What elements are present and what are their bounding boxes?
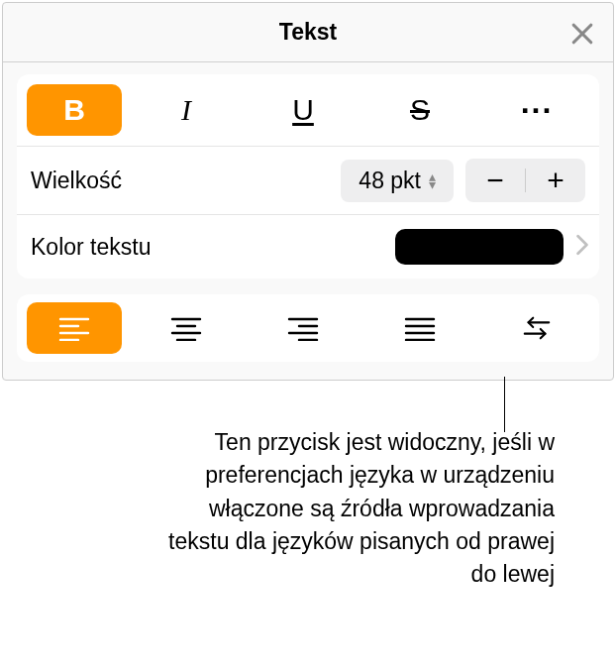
align-center-button[interactable] bbox=[128, 302, 245, 354]
minus-icon: − bbox=[486, 164, 504, 197]
text-style-card: B I U S ··· Wielkość 48 pkt ▴▾ bbox=[17, 74, 599, 279]
callout-text: Ten przycisk jest widoczny, jeśli w pref… bbox=[158, 426, 555, 592]
text-color-label: Kolor tekstu bbox=[31, 234, 395, 261]
panel-title: Tekst bbox=[279, 19, 337, 46]
align-justify-button[interactable] bbox=[361, 302, 478, 354]
size-decrease-button[interactable]: − bbox=[465, 159, 525, 202]
size-select[interactable]: 48 pkt ▴▾ bbox=[341, 160, 454, 202]
plus-icon: + bbox=[547, 164, 565, 197]
size-stepper: − + bbox=[465, 159, 585, 202]
align-justify-icon bbox=[404, 315, 436, 341]
callout: Ten przycisk jest widoczny, jeśli w pref… bbox=[158, 426, 555, 592]
text-direction-icon bbox=[521, 315, 553, 341]
align-center-icon bbox=[170, 315, 202, 341]
italic-icon: I bbox=[181, 93, 191, 127]
bold-icon: B bbox=[63, 93, 85, 127]
text-direction-button[interactable] bbox=[478, 302, 595, 354]
bold-button[interactable]: B bbox=[27, 84, 122, 136]
size-increase-button[interactable]: + bbox=[526, 159, 585, 202]
strikethrough-icon: S bbox=[410, 93, 430, 127]
more-styles-button[interactable]: ··· bbox=[478, 84, 595, 136]
align-right-button[interactable] bbox=[245, 302, 361, 354]
more-icon: ··· bbox=[521, 92, 554, 129]
chevron-right-icon bbox=[575, 234, 589, 260]
underline-icon: U bbox=[292, 93, 314, 127]
callout-leader-line bbox=[504, 377, 505, 432]
close-button[interactable] bbox=[567, 19, 597, 49]
font-size-row: Wielkość 48 pkt ▴▾ − + bbox=[17, 147, 599, 215]
text-color-swatch[interactable] bbox=[395, 229, 564, 265]
align-left-button[interactable] bbox=[27, 302, 122, 354]
align-left-icon bbox=[58, 315, 90, 341]
size-value: 48 pkt bbox=[359, 168, 421, 194]
close-icon bbox=[567, 19, 597, 49]
size-label: Wielkość bbox=[31, 168, 341, 194]
underline-button[interactable]: U bbox=[245, 84, 361, 136]
text-color-row[interactable]: Kolor tekstu bbox=[17, 215, 599, 279]
align-right-icon bbox=[287, 315, 319, 341]
panel-header: Tekst bbox=[3, 3, 613, 62]
text-panel: Tekst B I U S ··· Wielkość bbox=[2, 2, 614, 381]
font-style-row: B I U S ··· bbox=[17, 74, 599, 147]
alignment-card bbox=[17, 294, 599, 362]
chevron-updown-icon: ▴▾ bbox=[429, 172, 436, 188]
strikethrough-button[interactable]: S bbox=[361, 84, 478, 136]
italic-button[interactable]: I bbox=[128, 84, 245, 136]
